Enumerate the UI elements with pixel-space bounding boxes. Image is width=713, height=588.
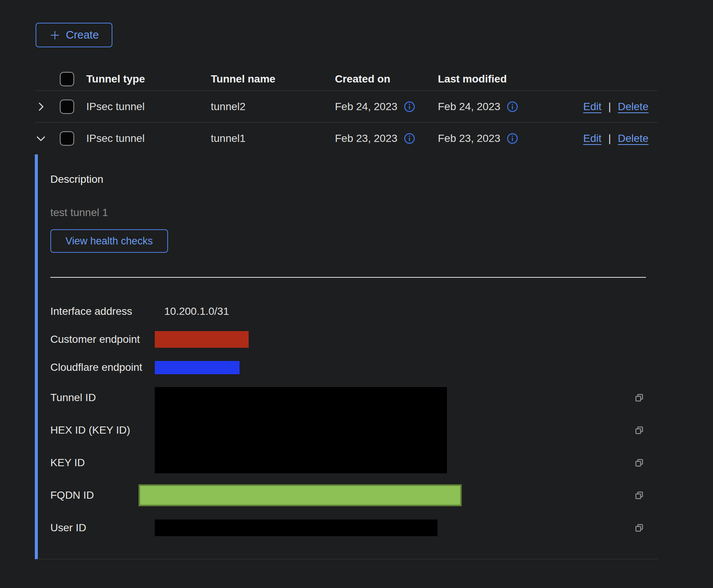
table-header-row: Tunnel type Tunnel name Created on Last … — [35, 67, 658, 91]
field-label-key-id: KEY ID — [50, 457, 155, 469]
tunnel-name-cell: tunnel2 — [211, 101, 335, 113]
field-label-user-id: User ID — [50, 522, 155, 534]
edit-link[interactable]: Edit — [583, 132, 601, 145]
view-health-checks-button[interactable]: View health checks — [50, 229, 168, 253]
copy-icon[interactable] — [634, 425, 658, 436]
info-icon[interactable] — [506, 101, 518, 113]
tunnel-name-cell: tunnel1 — [211, 132, 335, 145]
edit-link[interactable]: Edit — [583, 101, 601, 113]
created-on-value: Feb 24, 2023 — [335, 101, 397, 113]
info-icon[interactable] — [506, 132, 518, 145]
field-label-tunnel-id: Tunnel ID — [50, 392, 155, 404]
column-header-created-on: Created on — [335, 73, 438, 85]
description-value: test tunnel 1 — [50, 207, 658, 219]
user-id-redacted-value — [155, 520, 437, 536]
ids-redacted-value-block — [155, 387, 447, 473]
customer-endpoint-redacted-value — [155, 331, 249, 348]
divider — [50, 277, 646, 278]
tunnels-table: Tunnel type Tunnel name Created on Last … — [35, 67, 658, 559]
table-row-tunnel2: IPsec tunnel tunnel2 Feb 24, 2023 Feb 24… — [35, 91, 658, 123]
tunnel-type-cell: IPsec tunnel — [86, 132, 211, 145]
plus-icon — [49, 30, 61, 41]
table-row-tunnel1: IPsec tunnel tunnel1 Feb 23, 2023 Feb 23… — [35, 123, 658, 154]
field-label-interface-address: Interface address — [50, 305, 155, 317]
info-icon[interactable] — [403, 101, 416, 113]
row-checkbox[interactable] — [60, 131, 74, 146]
action-separator: | — [608, 101, 611, 113]
row-checkbox[interactable] — [60, 100, 74, 114]
action-separator: | — [608, 132, 611, 145]
description-label: Description — [50, 173, 658, 185]
interface-address-value: 10.200.1.0/31 — [155, 305, 634, 317]
copy-icon[interactable] — [634, 392, 658, 403]
fqdn-id-redacted-value — [139, 484, 462, 506]
column-header-last-modified: Last modified — [438, 73, 583, 85]
create-button[interactable]: Create — [36, 23, 112, 47]
field-label-customer-endpoint: Customer endpoint — [50, 333, 155, 345]
column-header-tunnel-type: Tunnel type — [86, 73, 211, 85]
delete-link[interactable]: Delete — [618, 132, 649, 145]
tunnel-type-cell: IPsec tunnel — [86, 101, 211, 113]
delete-link[interactable]: Delete — [618, 101, 649, 113]
last-modified-value: Feb 23, 2023 — [438, 132, 500, 145]
info-icon[interactable] — [403, 132, 416, 145]
copy-icon[interactable] — [634, 490, 658, 501]
copy-icon[interactable] — [634, 457, 658, 468]
column-header-tunnel-name: Tunnel name — [211, 73, 335, 85]
tunnel-detail-fields: Interface address 10.200.1.0/31 Customer… — [50, 297, 658, 544]
expand-chevron-right-icon[interactable] — [35, 101, 47, 113]
select-all-checkbox[interactable] — [60, 72, 74, 86]
last-modified-value: Feb 24, 2023 — [438, 101, 500, 113]
ipsec-tunnels-page: Create Tunnel type Tunnel name Created o… — [0, 0, 713, 588]
created-on-value: Feb 23, 2023 — [335, 132, 397, 145]
create-button-label: Create — [66, 29, 99, 41]
cloudflare-endpoint-redacted-value — [155, 361, 240, 374]
tunnel1-detail-panel: Description test tunnel 1 View health ch… — [35, 154, 658, 559]
collapse-chevron-down-icon[interactable] — [35, 132, 47, 145]
field-label-hex-id: HEX ID (KEY ID) — [50, 424, 155, 436]
field-label-cloudflare-endpoint: Cloudflare endpoint — [50, 361, 155, 373]
copy-icon[interactable] — [634, 522, 658, 534]
